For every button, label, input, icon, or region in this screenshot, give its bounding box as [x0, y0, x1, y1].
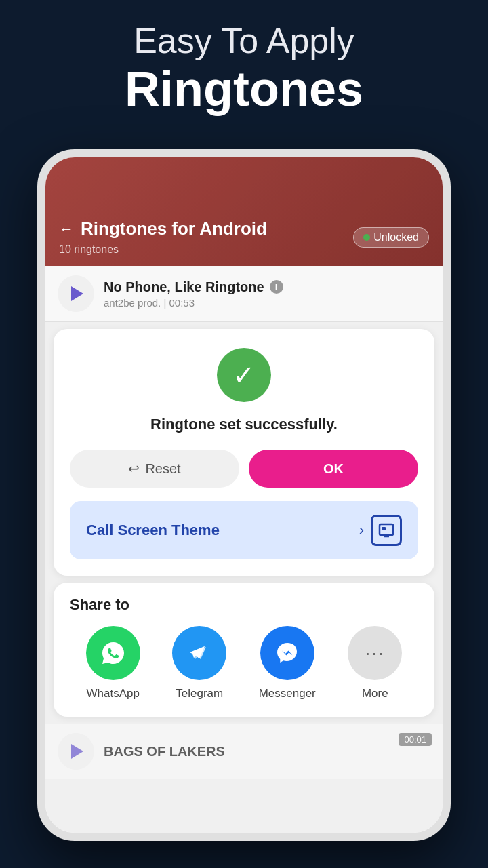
share-app-whatsapp[interactable]: WhatsApp: [86, 626, 140, 701]
unlocked-badge: Unlocked: [353, 227, 429, 248]
telegram-icon: [172, 626, 226, 680]
screen-theme-icon: [371, 515, 402, 546]
time-badge: 00:01: [399, 733, 432, 746]
share-title: Share to: [70, 596, 418, 614]
song-row: No Phone, Like Ringtone i ant2be prod. |…: [45, 266, 443, 322]
more-icon: ···: [348, 626, 402, 680]
share-apps: WhatsApp Telegram: [70, 626, 418, 701]
background-text: Easy To Apply Ringtones: [0, 20, 488, 117]
reset-icon: ↩: [128, 460, 140, 477]
ok-button[interactable]: OK: [249, 450, 418, 488]
modal-card: ✓ Ringtone set successfully. ↩ Reset OK …: [54, 329, 434, 576]
info-icon[interactable]: i: [270, 280, 283, 294]
song-info: No Phone, Like Ringtone i ant2be prod. |…: [104, 279, 430, 309]
bottom-song-info: BAGS OF LAKERS: [104, 744, 430, 760]
success-circle: ✓: [217, 348, 271, 402]
ringtone-count: 10 ringtones: [59, 243, 267, 256]
song-meta: ant2be prod. | 00:53: [104, 297, 430, 309]
telegram-label: Telegram: [176, 687, 223, 701]
call-screen-right: ›: [359, 515, 402, 546]
bottom-play-icon: [71, 744, 83, 759]
more-label: More: [362, 687, 388, 701]
back-button[interactable]: ←: [59, 220, 74, 238]
success-message: Ringtone set successfully.: [70, 416, 418, 433]
share-app-messenger[interactable]: Messenger: [259, 626, 316, 701]
bottom-song-title: BAGS OF LAKERS: [104, 744, 430, 760]
action-buttons: ↩ Reset OK: [70, 450, 418, 488]
messenger-icon: [260, 626, 314, 680]
song-title-row: No Phone, Like Ringtone i: [104, 279, 430, 295]
svg-rect-3: [382, 527, 386, 530]
title-text: Ringtones: [0, 61, 488, 117]
whatsapp-label: WhatsApp: [87, 687, 140, 701]
unlocked-dot: [363, 234, 370, 241]
share-app-more[interactable]: ··· More: [348, 626, 402, 701]
subtitle-text: Easy To Apply: [0, 20, 488, 61]
checkmark-icon: ✓: [232, 361, 256, 389]
play-button[interactable]: [58, 275, 94, 312]
unlocked-label: Unlocked: [373, 231, 419, 243]
bottom-play-button[interactable]: [58, 733, 94, 770]
chevron-right-icon: ›: [359, 521, 364, 539]
song-title-text: No Phone, Like Ringtone: [104, 279, 264, 295]
bottom-song-row: BAGS OF LAKERS 00:01: [45, 724, 443, 779]
reset-button[interactable]: ↩ Reset: [70, 450, 239, 488]
share-app-telegram[interactable]: Telegram: [172, 626, 226, 701]
play-icon: [71, 286, 83, 301]
phone-inner: ← Ringtones for Android 10 ringtones Unl…: [45, 157, 443, 833]
app-header: ← Ringtones for Android 10 ringtones Unl…: [45, 157, 443, 266]
share-card: Share to WhatsApp: [54, 583, 434, 717]
phone-frame: ← Ringtones for Android 10 ringtones Unl…: [37, 149, 451, 841]
call-screen-theme-button[interactable]: Call Screen Theme ›: [70, 501, 418, 559]
app-title: Ringtones for Android: [81, 218, 267, 239]
call-screen-label: Call Screen Theme: [86, 521, 220, 539]
messenger-label: Messenger: [259, 687, 316, 701]
reset-label: Reset: [145, 461, 180, 477]
whatsapp-icon: [86, 626, 140, 680]
